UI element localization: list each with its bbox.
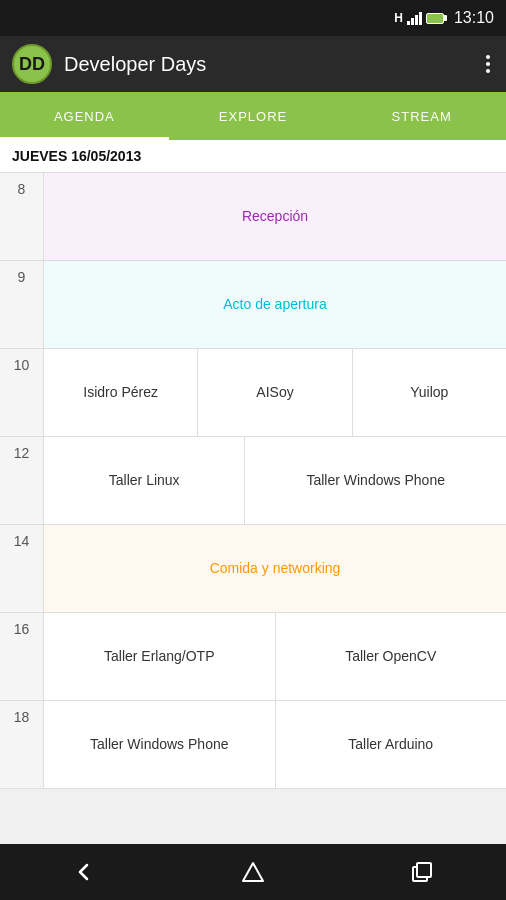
event-taller-windows-phone-1-text: Taller Windows Phone bbox=[298, 463, 453, 499]
battery-icon bbox=[426, 13, 444, 24]
back-icon bbox=[72, 860, 96, 884]
back-button[interactable] bbox=[54, 852, 114, 892]
event-taller-windows-phone-2-text: Taller Windows Phone bbox=[82, 727, 237, 763]
recent-apps-icon bbox=[410, 860, 434, 884]
schedule-row-8: 8 Recepción bbox=[0, 173, 506, 261]
schedule-row-12: 12 Taller Linux Taller Windows Phone bbox=[0, 437, 506, 525]
time-label-12: 12 bbox=[0, 437, 44, 524]
logo-text: DD bbox=[19, 54, 45, 75]
svg-rect-2 bbox=[417, 863, 431, 877]
overflow-dot-2 bbox=[486, 62, 490, 66]
date-text: JUEVES 16/05/2013 bbox=[12, 148, 141, 164]
tab-stream[interactable]: STREAM bbox=[337, 92, 506, 140]
svg-marker-0 bbox=[243, 863, 263, 881]
event-yuilop[interactable]: Yuilop bbox=[353, 349, 506, 436]
event-apertura-text: Acto de apertura bbox=[215, 287, 335, 323]
event-isidro[interactable]: Isidro Pérez bbox=[44, 349, 198, 436]
tab-explore[interactable]: EXPLORE bbox=[169, 92, 338, 140]
time-label-14: 14 bbox=[0, 525, 44, 612]
time-label-9: 9 bbox=[0, 261, 44, 348]
event-taller-linux[interactable]: Taller Linux bbox=[44, 437, 245, 524]
event-comida-text: Comida y networking bbox=[202, 551, 349, 587]
schedule-row-14: 14 Comida y networking bbox=[0, 525, 506, 613]
app-title: Developer Days bbox=[64, 53, 206, 76]
overflow-menu-button[interactable] bbox=[482, 51, 494, 77]
signal-bar-3 bbox=[415, 15, 418, 25]
app-logo: DD bbox=[12, 44, 52, 84]
event-aisoy-text: AISoy bbox=[248, 375, 301, 411]
tab-agenda-label: AGENDA bbox=[54, 109, 115, 124]
tab-explore-label: EXPLORE bbox=[219, 109, 287, 124]
event-taller-windows-phone-2[interactable]: Taller Windows Phone bbox=[44, 701, 276, 788]
recent-apps-button[interactable] bbox=[392, 852, 452, 892]
schedule-row-18: 18 Taller Windows Phone Taller Arduino bbox=[0, 701, 506, 789]
home-button[interactable] bbox=[223, 852, 283, 892]
event-apertura[interactable]: Acto de apertura bbox=[44, 261, 506, 348]
status-icons: H 13:10 bbox=[394, 9, 494, 27]
signal-bar-2 bbox=[411, 18, 414, 25]
event-recepcion-text: Recepción bbox=[234, 199, 316, 235]
tab-stream-label: STREAM bbox=[392, 109, 452, 124]
event-taller-erlang[interactable]: Taller Erlang/OTP bbox=[44, 613, 276, 700]
event-recepcion[interactable]: Recepción bbox=[44, 173, 506, 260]
event-taller-windows-phone-1[interactable]: Taller Windows Phone bbox=[245, 437, 506, 524]
app-bar-left: DD Developer Days bbox=[12, 44, 206, 84]
event-taller-opencv[interactable]: Taller OpenCV bbox=[276, 613, 507, 700]
event-taller-arduino[interactable]: Taller Arduino bbox=[276, 701, 507, 788]
event-taller-erlang-text: Taller Erlang/OTP bbox=[96, 639, 222, 675]
network-type-label: H bbox=[394, 11, 403, 25]
schedule-row-9: 9 Acto de apertura bbox=[0, 261, 506, 349]
signal-icon bbox=[407, 11, 422, 25]
status-bar: H 13:10 bbox=[0, 0, 506, 36]
signal-bar-1 bbox=[407, 21, 410, 25]
schedule-row-16: 16 Taller Erlang/OTP Taller OpenCV bbox=[0, 613, 506, 701]
home-icon bbox=[241, 860, 265, 884]
navigation-bar bbox=[0, 844, 506, 900]
event-comida[interactable]: Comida y networking bbox=[44, 525, 506, 612]
overflow-dot-3 bbox=[486, 69, 490, 73]
tab-bar: AGENDA EXPLORE STREAM bbox=[0, 92, 506, 140]
time-label-8: 8 bbox=[0, 173, 44, 260]
event-taller-arduino-text: Taller Arduino bbox=[340, 727, 441, 763]
event-taller-opencv-text: Taller OpenCV bbox=[337, 639, 444, 675]
time-label-10: 10 bbox=[0, 349, 44, 436]
tab-agenda[interactable]: AGENDA bbox=[0, 92, 169, 140]
time-label-16: 16 bbox=[0, 613, 44, 700]
signal-bar-4 bbox=[419, 12, 422, 25]
time-label-18: 18 bbox=[0, 701, 44, 788]
event-aisoy[interactable]: AISoy bbox=[198, 349, 352, 436]
schedule-container: 8 Recepción 9 Acto de apertura 10 Isidro… bbox=[0, 173, 506, 789]
time-display: 13:10 bbox=[454, 9, 494, 27]
overflow-dot-1 bbox=[486, 55, 490, 59]
event-isidro-text: Isidro Pérez bbox=[75, 375, 166, 411]
date-header: JUEVES 16/05/2013 bbox=[0, 140, 506, 173]
schedule-row-10: 10 Isidro Pérez AISoy Yuilop bbox=[0, 349, 506, 437]
event-yuilop-text: Yuilop bbox=[402, 375, 456, 411]
event-taller-linux-text: Taller Linux bbox=[101, 463, 188, 499]
app-bar: DD Developer Days bbox=[0, 36, 506, 92]
